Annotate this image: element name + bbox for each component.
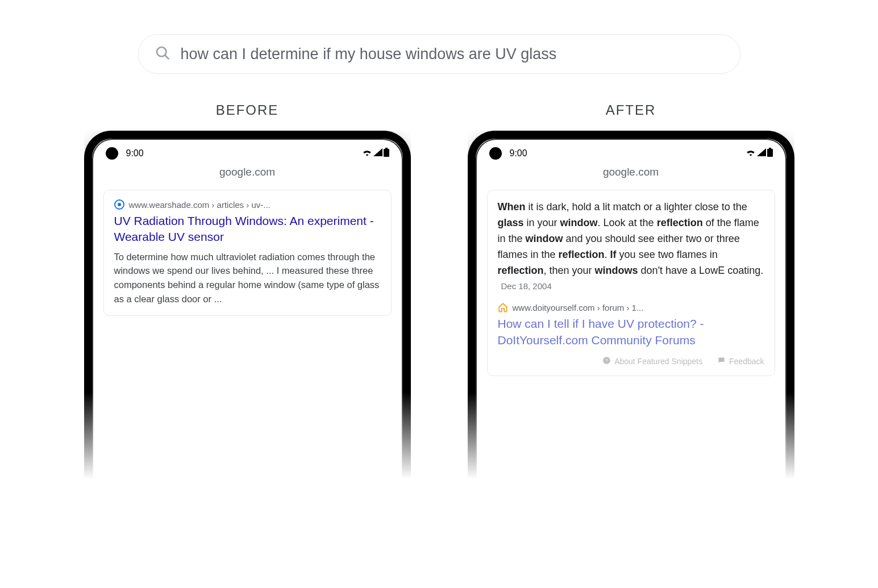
after-label: AFTER	[606, 102, 656, 118]
result-title[interactable]: UV Radiation Through Windows: An experim…	[114, 213, 381, 245]
about-featured-snippets-link[interactable]: ? About Featured Snippets	[602, 356, 702, 366]
wifi-icon	[362, 148, 372, 159]
snippet-date: Dec 18, 2004	[501, 281, 552, 291]
result-snippet: To determine how much ultraviolet radiat…	[114, 250, 381, 306]
svg-rect-2	[385, 148, 388, 149]
favicon-icon	[498, 302, 508, 312]
address-bar[interactable]: google.com	[478, 166, 784, 184]
battery-icon	[767, 148, 773, 159]
signal-icon	[757, 148, 766, 159]
before-label: BEFORE	[216, 102, 279, 118]
status-bar: 9:00	[478, 141, 784, 166]
result-breadcrumb: www.doityourself.com › forum › 1...	[498, 302, 764, 312]
featured-snippet-text: When it is dark, hold a lit match or a l…	[498, 199, 764, 294]
after-column: AFTER 9:00	[468, 102, 794, 494]
search-bar[interactable]: how can I determine if my house windows …	[138, 34, 740, 74]
battery-icon	[384, 148, 389, 159]
wifi-icon	[746, 148, 756, 159]
help-icon: ?	[602, 356, 611, 366]
status-bar: 9:00	[94, 141, 401, 166]
svg-text:?: ?	[605, 358, 608, 364]
feedback-icon	[717, 356, 726, 366]
address-bar[interactable]: google.com	[94, 166, 401, 184]
svg-rect-5	[767, 149, 773, 157]
phone-after: 9:00	[468, 131, 794, 494]
phone-before: 9:00	[84, 131, 411, 494]
svg-line-1	[165, 55, 168, 59]
search-result[interactable]: www.wearshade.com › articles › uv-... UV…	[103, 190, 392, 316]
favicon-icon	[114, 199, 124, 210]
search-query-text: how can I determine if my house windows …	[181, 45, 557, 63]
featured-snippet-card[interactable]: When it is dark, hold a lit match or a l…	[487, 190, 775, 376]
search-icon	[155, 45, 170, 63]
clock: 9:00	[510, 148, 527, 159]
result-title[interactable]: How can I tell if I have UV protection? …	[498, 316, 764, 348]
camera-hole	[106, 147, 118, 160]
breadcrumb-text: www.wearshade.com › articles › uv-...	[129, 200, 271, 210]
svg-rect-3	[384, 149, 389, 157]
svg-rect-4	[769, 148, 771, 149]
breadcrumb-text: www.doityourself.com › forum › 1...	[513, 303, 644, 312]
feedback-link[interactable]: Feedback	[717, 356, 764, 366]
camera-hole	[489, 147, 502, 160]
before-column: BEFORE 9:00	[84, 102, 411, 494]
signal-icon	[373, 148, 382, 159]
clock: 9:00	[126, 148, 144, 159]
result-breadcrumb: www.wearshade.com › articles › uv-...	[114, 199, 381, 210]
